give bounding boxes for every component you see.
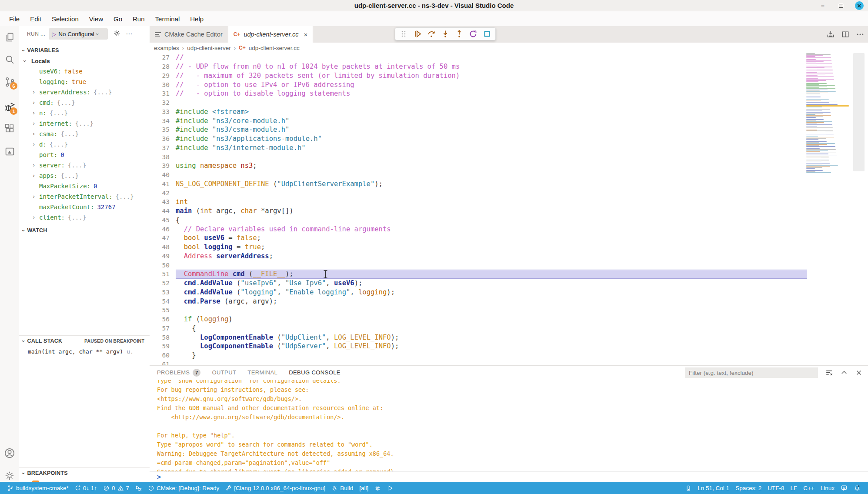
run-debug-icon[interactable]: 1 [0, 97, 19, 117]
code-line[interactable]: 55 [150, 306, 868, 315]
language-mode-item[interactable]: C++ [800, 482, 818, 494]
variable-row[interactable]: ›cmd:{...} [19, 97, 150, 108]
code-line[interactable]: 32 [150, 98, 868, 107]
more-actions-icon[interactable] [856, 30, 865, 39]
watch-header[interactable]: › WATCH [19, 225, 150, 236]
code-line[interactable]: 48 bool logging = true; [150, 243, 868, 252]
debug-config-dropdown[interactable]: ▷ No Configural › [49, 28, 108, 40]
code-line[interactable]: 39using namespace ns3; [150, 161, 868, 170]
debug-settings-gear-icon[interactable] [113, 30, 120, 38]
download-icon[interactable] [826, 30, 835, 39]
line-number[interactable]: 46 [150, 226, 170, 233]
stop-icon[interactable] [481, 28, 493, 40]
menu-run[interactable]: Run [128, 13, 150, 24]
debug-launch-item[interactable] [132, 482, 145, 494]
line-number[interactable]: 59 [150, 343, 170, 350]
step-over-icon[interactable] [426, 28, 437, 40]
code-line[interactable]: 28// - UDP flow from n0 to n1 of 1024 by… [150, 62, 868, 71]
stack-frame[interactable]: main(int argc, char ** argv) u. [19, 346, 150, 357]
line-number[interactable]: 42 [150, 190, 170, 197]
git-branch-item[interactable]: buildsystem-cmake* [4, 482, 72, 494]
variable-row[interactable]: port:0 [19, 150, 150, 160]
split-editor-icon[interactable] [841, 30, 850, 39]
line-number[interactable]: 47 [150, 234, 170, 241]
line-number[interactable]: 58 [150, 334, 170, 341]
git-sync-item[interactable]: 0↓ 1↑ [72, 482, 100, 494]
code-line[interactable]: 50 [150, 260, 868, 270]
debug-target-item[interactable] [371, 482, 384, 494]
variable-row[interactable]: ›internet:{...} [19, 118, 150, 129]
cmake-kit-item[interactable]: [Clang 12.0.0 x86_64-pc-linux-gnu] [222, 482, 328, 494]
clear-console-icon[interactable] [825, 369, 833, 377]
cmake-status-item[interactable]: CMake: [Debug]: Ready [145, 482, 222, 494]
code-line[interactable]: 42 [150, 188, 868, 197]
close-panel-icon[interactable] [855, 369, 863, 377]
line-number[interactable]: 55 [150, 307, 170, 314]
restart-icon[interactable] [467, 28, 479, 40]
line-number[interactable]: 51 [150, 270, 170, 277]
code-line[interactable]: 34#include "ns3/core-module.h" [150, 116, 868, 125]
code-line[interactable]: 54 cmd.Parse (argc, argv); [150, 297, 868, 306]
cmake-icon[interactable] [0, 142, 19, 161]
more-actions-icon[interactable]: ⋯ [126, 30, 132, 38]
close-tab-icon[interactable]: × [304, 31, 307, 38]
feedback-item[interactable] [838, 482, 851, 494]
explorer-icon[interactable] [0, 27, 19, 47]
code-line[interactable]: 44main (int argc, char *argv[]) [150, 207, 868, 216]
variables-header[interactable]: › VARIABLES [19, 45, 150, 56]
line-number[interactable]: 37 [150, 144, 170, 151]
line-number[interactable]: 35 [150, 126, 170, 133]
code-line[interactable]: 45{ [150, 216, 868, 225]
editor-scrollbar[interactable] [853, 53, 865, 171]
code-line[interactable]: 61 [150, 360, 868, 366]
variable-row[interactable]: useV6:false [19, 66, 150, 77]
line-number[interactable]: 36 [150, 135, 170, 142]
code-line[interactable]: 30// - option to use IPv4 or IPv6 addres… [150, 80, 868, 89]
code-line[interactable]: 33#include <fstream> [150, 107, 868, 117]
menu-help[interactable]: Help [185, 13, 208, 24]
variable-row[interactable]: ›server:{...} [19, 160, 150, 170]
code-line[interactable]: 60 } [150, 351, 868, 360]
line-number[interactable]: 38 [150, 154, 170, 160]
code-line[interactable]: 38 [150, 152, 868, 161]
variable-row[interactable]: ›client:{...} [19, 212, 150, 223]
menu-terminal[interactable]: Terminal [150, 13, 185, 24]
eol-item[interactable]: LF [787, 482, 800, 494]
line-number[interactable]: 48 [150, 244, 170, 250]
variable-row[interactable]: ›interPacketInterval:{...} [19, 191, 150, 202]
maximize-panel-icon[interactable] [840, 369, 848, 377]
notifications-item[interactable] [851, 482, 864, 494]
cursor-position-item[interactable]: Ln 51, Col 1 [694, 482, 732, 494]
code-line[interactable]: 53 cmd.AddValue ("logging", "Enable logg… [150, 288, 868, 297]
continue-icon[interactable] [412, 28, 423, 40]
search-icon[interactable] [0, 50, 19, 69]
encoding-item[interactable]: UTF-8 [765, 482, 787, 494]
debug-console-output[interactable]: Type "show configuration" for configurat… [150, 380, 868, 472]
close-button[interactable]: ✕ [855, 1, 864, 10]
breadcrumb-folder[interactable]: udp-client-server [187, 45, 231, 51]
line-number[interactable]: 34 [150, 117, 170, 124]
line-number[interactable]: 44 [150, 207, 170, 214]
code-line[interactable]: 35#include "ns3/csma-module.h" [150, 125, 868, 134]
toolbar-drag-handle[interactable] [398, 28, 409, 40]
build-target-item[interactable]: [all] [356, 482, 371, 494]
tab-output[interactable]: OUTPUT [212, 366, 236, 379]
code-line[interactable]: 46 // Declare variables used in command-… [150, 224, 868, 234]
line-number[interactable]: 53 [150, 289, 170, 296]
line-number[interactable]: 31 [150, 90, 170, 97]
start-debug-icon[interactable]: ▷ [52, 31, 56, 37]
step-out-icon[interactable] [454, 28, 465, 40]
variable-row[interactable]: ›apps:{...} [19, 170, 150, 181]
code-line[interactable]: 51 CommandLine cmd (__FILE__); [150, 270, 868, 279]
line-number[interactable]: 43 [150, 198, 170, 205]
minimap[interactable] [806, 53, 849, 177]
line-number[interactable]: 45 [150, 217, 170, 224]
account-icon[interactable] [0, 444, 19, 463]
line-number[interactable]: 41 [150, 180, 170, 187]
line-number[interactable]: 27 [150, 54, 170, 61]
code-line[interactable]: 58 LogComponentEnable ("UdpClient", LOG_… [150, 333, 868, 342]
variable-row[interactable]: ›n:{...} [19, 108, 150, 118]
code-editor[interactable]: 27//28// - UDP flow from n0 to n1 of 102… [150, 53, 868, 365]
code-line[interactable]: 57 { [150, 324, 868, 333]
code-line[interactable]: 31// - option to disable logging stateme… [150, 89, 868, 98]
